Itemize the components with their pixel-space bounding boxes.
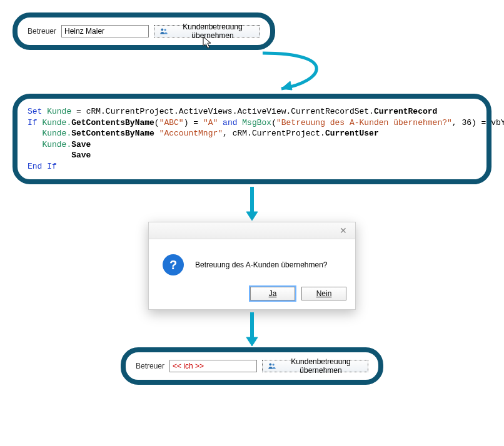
take-over-button-bottom[interactable]: Kundenbetreuung übernehmen bbox=[262, 360, 368, 372]
supervisor-label: Betreuer bbox=[28, 27, 56, 36]
top-form-panel: Betreuer Kundenbetreuung übernehmen bbox=[13, 12, 275, 50]
svg-marker-4 bbox=[246, 212, 258, 221]
arrow-top-to-code bbox=[13, 50, 491, 94]
svg-point-1 bbox=[164, 29, 166, 31]
supervisor-label-bottom: Betreuer bbox=[136, 362, 164, 370]
svg-point-7 bbox=[269, 364, 271, 366]
take-over-button-top[interactable]: Kundenbetreuung übernehmen bbox=[154, 25, 260, 37]
dialog-yes-button[interactable]: Ja bbox=[250, 287, 295, 300]
svg-point-0 bbox=[161, 28, 163, 31]
dialog-titlebar: ✕ bbox=[149, 222, 355, 239]
take-over-button-bottom-label: Kundenbetreuung übernehmen bbox=[279, 357, 363, 375]
dialog-no-button[interactable]: Nein bbox=[301, 287, 346, 300]
arrow-code-to-dialog bbox=[243, 184, 261, 222]
svg-marker-2 bbox=[281, 81, 292, 90]
dialog-message: Betreuung des A-Kunden übernehmen? bbox=[195, 260, 328, 269]
close-icon[interactable]: ✕ bbox=[331, 222, 355, 239]
bottom-form-panel: Betreuer Kundenbetreuung übernehmen bbox=[121, 347, 383, 385]
confirm-dialog: ✕ ? Betreuung des A-Kunden übernehmen? J… bbox=[148, 222, 356, 310]
question-icon: ? bbox=[163, 254, 184, 275]
people-icon bbox=[268, 362, 276, 370]
svg-marker-6 bbox=[246, 337, 258, 346]
take-over-button-top-label: Kundenbetreuung übernehmen bbox=[171, 22, 255, 40]
code-block: Set Kunde = cRM.CurrentProject.ActiveVie… bbox=[28, 106, 476, 172]
people-icon bbox=[159, 27, 168, 36]
svg-point-8 bbox=[273, 364, 275, 366]
arrow-dialog-to-bottom bbox=[243, 310, 261, 347]
supervisor-input-bottom[interactable] bbox=[169, 360, 257, 372]
code-panel: Set Kunde = cRM.CurrentProject.ActiveVie… bbox=[13, 94, 491, 184]
supervisor-input[interactable] bbox=[61, 25, 149, 37]
